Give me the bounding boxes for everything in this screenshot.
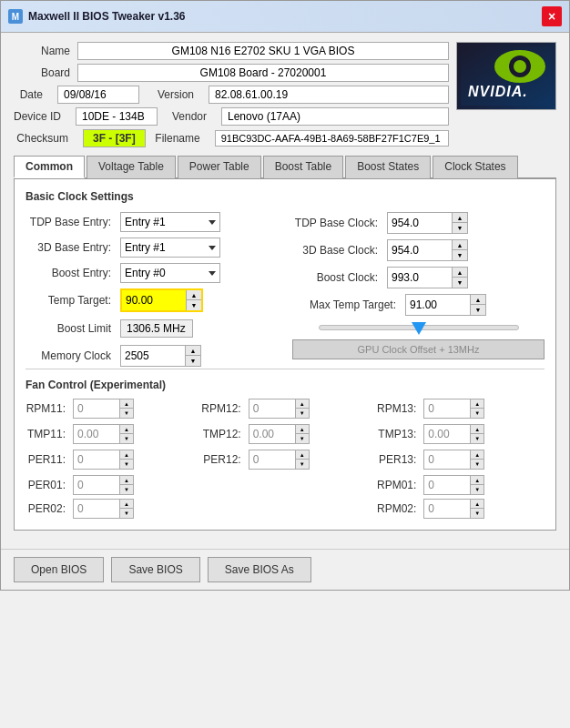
boost-clock-input[interactable] [388,268,452,288]
per13-down[interactable]: ▼ [471,460,483,469]
boost-entry-row: Boost Entry: Entry #0 Entry #1 Entry #2 [25,263,278,283]
boost-entry-select[interactable]: Entry #0 Entry #1 Entry #2 [120,263,220,283]
temp-target-down[interactable]: ▼ [187,300,201,310]
section-divider [25,369,545,369]
per12-wrap: ▲ ▼ [249,450,310,470]
tdp-base-clock-up[interactable]: ▲ [453,213,467,223]
tab-boost-states[interactable]: Boost States [345,156,431,178]
temp-target-up[interactable]: ▲ [187,290,201,300]
rpm02-wrap: ▲ ▼ [423,499,484,519]
tmp13-up[interactable]: ▲ [471,425,483,434]
3d-base-entry-select[interactable]: Entry #1 Entry #0 Entry #2 [120,238,220,258]
tmp11-input[interactable] [74,425,119,443]
slider-thumb[interactable] [412,322,426,335]
max-temp-down[interactable]: ▼ [471,305,485,315]
rpm11-up[interactable]: ▲ [120,399,133,409]
save-bios-button[interactable]: Save BIOS [111,557,199,582]
per01-input[interactable] [74,476,119,494]
tmp12-down[interactable]: ▼ [296,434,309,443]
max-temp-up[interactable]: ▲ [471,295,485,305]
rpm01-label: RPM01: [376,479,420,491]
rpm02-input[interactable] [424,500,470,518]
date-label: Date [14,88,50,101]
per02-input[interactable] [74,500,119,518]
gpu-clock-offset-button[interactable]: GPU Clock Offset + 13MHz [292,339,545,359]
max-temp-input[interactable] [406,295,470,315]
rpm13-down[interactable]: ▼ [471,409,483,418]
per01-spinners: ▲ ▼ [119,476,133,494]
tab-voltage-table[interactable]: Voltage Table [87,156,176,178]
rpm12-input[interactable] [249,399,295,418]
per01-down[interactable]: ▼ [120,485,133,494]
rpm11-input[interactable] [74,399,119,418]
per12-down[interactable]: ▼ [296,460,309,469]
checksum-value: 3F - [3F] [83,129,146,147]
nvidia-logo: NVIDIA. [456,42,556,110]
per11-input[interactable] [74,450,119,469]
tmp11-field: TMP11: ▲ ▼ [25,424,194,444]
per11-down[interactable]: ▼ [120,460,133,469]
rpm01-down[interactable]: ▼ [471,485,483,494]
open-bios-button[interactable]: Open BIOS [14,557,104,582]
bottom-bar: Open BIOS Save BIOS Save BIOS As [1,550,569,590]
tdp-base-entry-select[interactable]: Entry #1 Entry #0 Entry #2 [120,212,220,232]
3d-base-clock-up[interactable]: ▲ [453,240,467,250]
rpm02-up[interactable]: ▲ [471,500,483,509]
per12-up[interactable]: ▲ [296,450,309,460]
tab-common[interactable]: Common [14,156,85,178]
tmp13-down[interactable]: ▼ [471,434,483,443]
tdp-base-clock-down[interactable]: ▼ [453,223,467,233]
boost-clock-down[interactable]: ▼ [453,278,467,288]
per12-input[interactable] [249,450,295,469]
tab-boost-table[interactable]: Boost Table [263,156,344,178]
per01-up[interactable]: ▲ [120,476,133,485]
tmp12-up[interactable]: ▲ [296,425,309,434]
tab-power-table[interactable]: Power Table [178,156,261,178]
rpm01-up[interactable]: ▲ [471,476,483,485]
temp-target-spinners: ▲ ▼ [186,290,201,310]
rpm13-up[interactable]: ▲ [471,399,483,409]
per02-up[interactable]: ▲ [120,500,133,509]
rpm01-field: RPM01: ▲ ▼ [376,475,545,495]
tmp12-input[interactable] [249,425,295,443]
boost-clock-up[interactable]: ▲ [453,268,467,278]
tdp-base-clock-input[interactable] [388,213,452,233]
tmp13-spinners: ▲ ▼ [470,425,483,443]
per02-down[interactable]: ▼ [120,509,133,518]
memory-clock-up[interactable]: ▲ [186,346,200,356]
rpm11-down[interactable]: ▼ [120,409,133,418]
save-bios-as-button[interactable]: Save BIOS As [208,557,311,582]
fan-tmp-row: TMP11: ▲ ▼ TMP12: ▲ [25,424,545,444]
3d-base-clock-input[interactable] [388,240,452,260]
tab-clock-states[interactable]: Clock States [433,156,517,178]
rpm11-spinners: ▲ ▼ [119,399,133,418]
rpm13-wrap: ▲ ▼ [423,399,484,419]
gpu-clock-slider-container [292,321,545,334]
memory-clock-down[interactable]: ▼ [186,356,200,366]
3d-base-clock-down[interactable]: ▼ [453,250,467,260]
tmp11-up[interactable]: ▲ [120,425,133,434]
rpm12-down[interactable]: ▼ [296,409,309,418]
tdp-base-clock-label: TDP Base Clock: [292,217,383,229]
board-row: Board GM108 Board - 27020001 [14,64,449,82]
app-icon: M [8,9,23,24]
boost-clock-label: Boost Clock: [292,271,383,284]
boost-limit-value: 1306.5 MHz [120,319,193,338]
version-value: 82.08.61.00.19 [209,86,449,104]
rpm12-up[interactable]: ▲ [296,399,309,409]
close-button[interactable]: × [542,6,562,26]
vendor-label: Vendor [165,110,214,123]
temp-target-wrap: ▲ ▼ [120,288,203,312]
boost-limit-label: Boost Limit [25,322,117,335]
tmp11-down[interactable]: ▼ [120,434,133,443]
rpm02-down[interactable]: ▼ [471,509,483,518]
tmp13-input[interactable] [424,425,470,443]
rpm01-input[interactable] [424,476,470,494]
per13-input[interactable] [424,450,470,469]
rpm13-input[interactable] [424,399,470,418]
temp-target-input[interactable] [122,290,186,310]
memory-clock-input[interactable] [121,346,185,366]
slider-track[interactable] [319,325,519,330]
per13-up[interactable]: ▲ [471,450,483,460]
per11-up[interactable]: ▲ [120,450,133,460]
